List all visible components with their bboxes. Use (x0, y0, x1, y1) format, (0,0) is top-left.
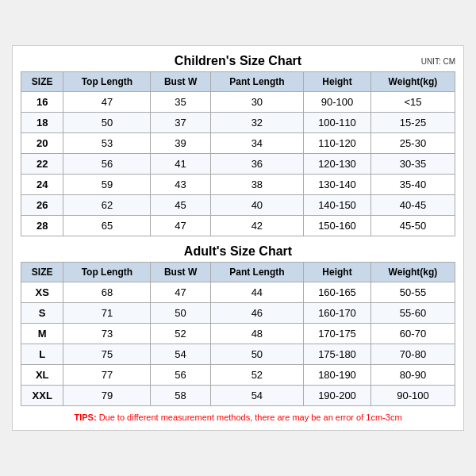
children-title-row: Children's Size Chart UNIT: CM (21, 54, 455, 68)
table-cell: 68 (63, 282, 151, 303)
tips-row: TIPS: Due to different measurement metho… (21, 413, 455, 422)
table-cell: 20 (21, 133, 63, 154)
table-cell: 47 (151, 282, 210, 303)
table-cell: 48 (210, 324, 303, 344)
table-row: S715046160-17055-60 (21, 303, 455, 324)
table-cell: 37 (151, 113, 210, 133)
table-cell: 39 (151, 133, 210, 154)
table-cell: 120-130 (304, 154, 371, 175)
children-header-row: SIZE Top Length Bust W Pant Length Heigh… (21, 72, 455, 92)
table-cell: 52 (151, 324, 210, 344)
table-cell: 150-160 (304, 216, 371, 236)
table-cell: 160-170 (304, 303, 371, 324)
children-title: Children's Size Chart (175, 54, 301, 68)
table-cell: 18 (21, 113, 63, 133)
table-cell: 58 (151, 386, 210, 406)
table-row: XL775652180-19080-90 (21, 365, 455, 386)
table-cell: 50 (151, 303, 210, 324)
table-cell: 24 (21, 175, 63, 195)
table-cell: 73 (63, 324, 151, 344)
table-cell: <15 (370, 92, 455, 113)
adults-header-row: SIZE Top Length Bust W Pant Length Heigh… (21, 263, 455, 282)
table-cell: 90-100 (370, 386, 455, 406)
table-cell: 36 (210, 154, 303, 175)
table-cell: 40 (210, 195, 303, 216)
adults-title-row: Adult's Size Chart (21, 244, 455, 259)
table-cell: 46 (210, 303, 303, 324)
unit-label: UNIT: CM (421, 57, 455, 66)
table-row: 20533934110-12025-30 (21, 133, 455, 154)
table-row: 28654742150-16045-50 (21, 216, 455, 236)
table-cell: 54 (210, 386, 303, 406)
table-row: M735248170-17560-70 (21, 324, 455, 344)
table-cell: 25-30 (370, 133, 455, 154)
table-cell: 60-70 (370, 324, 455, 344)
table-cell: 180-190 (304, 365, 371, 386)
children-header-pant-length: Pant Length (210, 72, 303, 92)
table-cell: 80-90 (370, 365, 455, 386)
adults-size-table: SIZE Top Length Bust W Pant Length Heigh… (21, 262, 455, 406)
table-cell: 45-50 (370, 216, 455, 236)
table-cell: 53 (63, 133, 151, 154)
table-cell: XXL (21, 386, 63, 406)
table-cell: 75 (63, 344, 151, 365)
table-cell: 28 (21, 216, 63, 236)
table-cell: 54 (151, 344, 210, 365)
table-cell: 190-200 (304, 386, 371, 406)
table-cell: 79 (63, 386, 151, 406)
table-cell: 26 (21, 195, 63, 216)
table-cell: 52 (210, 365, 303, 386)
table-cell: 130-140 (304, 175, 371, 195)
table-cell: 16 (21, 92, 63, 113)
table-cell: 43 (151, 175, 210, 195)
table-row: XXL795854190-20090-100 (21, 386, 455, 406)
adults-title: Adult's Size Chart (184, 244, 292, 259)
table-cell: 110-120 (304, 133, 371, 154)
table-cell: 170-175 (304, 324, 371, 344)
adults-header-pant-length: Pant Length (210, 263, 303, 282)
table-cell: 55-60 (370, 303, 455, 324)
adults-header-weight: Weight(kg) (370, 263, 455, 282)
table-cell: 77 (63, 365, 151, 386)
adults-header-top-length: Top Length (63, 263, 151, 282)
tips-text: Due to different measurement methods, th… (99, 413, 402, 422)
children-header-top-length: Top Length (63, 72, 151, 92)
table-cell: 30-35 (370, 154, 455, 175)
table-cell: L (21, 344, 63, 365)
table-row: 1647353090-100<15 (21, 92, 455, 113)
table-row: 22564136120-13030-35 (21, 154, 455, 175)
table-cell: 38 (210, 175, 303, 195)
table-row: 18503732100-11015-25 (21, 113, 455, 133)
table-cell: 50 (210, 344, 303, 365)
table-cell: 50-55 (370, 282, 455, 303)
table-cell: 56 (63, 154, 151, 175)
children-header-bust-w: Bust W (151, 72, 210, 92)
table-cell: 32 (210, 113, 303, 133)
table-cell: S (21, 303, 63, 324)
table-cell: 65 (63, 216, 151, 236)
tips-label: TIPS: (74, 413, 96, 422)
table-cell: 47 (63, 92, 151, 113)
children-header-height: Height (304, 72, 371, 92)
table-cell: 70-80 (370, 344, 455, 365)
adults-header-bust-w: Bust W (151, 263, 210, 282)
table-cell: 62 (63, 195, 151, 216)
table-cell: 50 (63, 113, 151, 133)
table-cell: 47 (151, 216, 210, 236)
table-row: L755450175-18070-80 (21, 344, 455, 365)
size-chart-container: Children's Size Chart UNIT: CM SIZE Top … (12, 45, 464, 431)
table-cell: 40-45 (370, 195, 455, 216)
children-header-size: SIZE (21, 72, 63, 92)
table-cell: 44 (210, 282, 303, 303)
table-cell: 22 (21, 154, 63, 175)
table-cell: XS (21, 282, 63, 303)
table-row: 24594338130-14035-40 (21, 175, 455, 195)
table-cell: 59 (63, 175, 151, 195)
table-row: 26624540140-15040-45 (21, 195, 455, 216)
table-cell: 175-180 (304, 344, 371, 365)
table-cell: 90-100 (304, 92, 371, 113)
table-cell: 35-40 (370, 175, 455, 195)
table-cell: M (21, 324, 63, 344)
table-row: XS684744160-16550-55 (21, 282, 455, 303)
table-cell: 140-150 (304, 195, 371, 216)
